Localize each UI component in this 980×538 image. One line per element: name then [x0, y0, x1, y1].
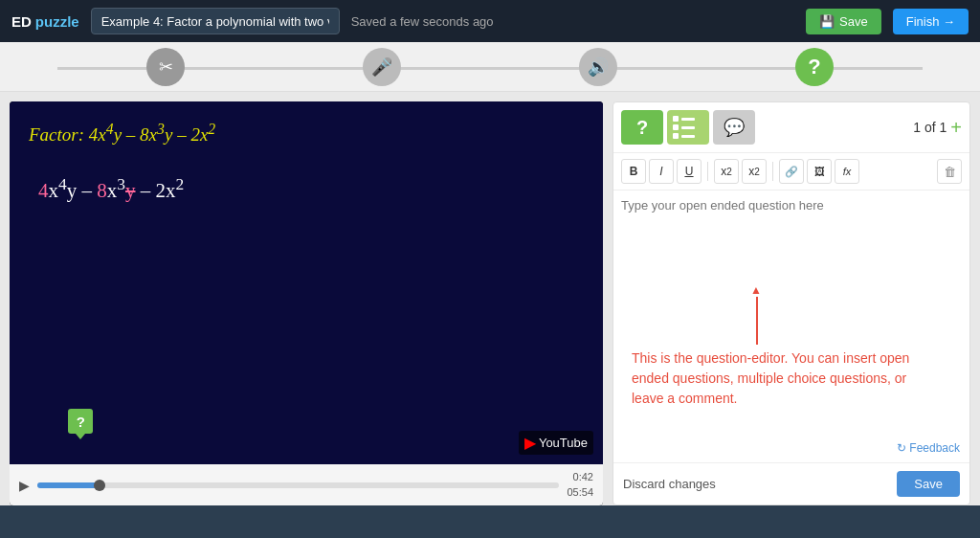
- youtube-icon: ▶: [524, 434, 536, 452]
- editor-toolbar: B I U x2 x2 🔗 🖼 fx 🗑: [613, 153, 969, 191]
- annotation-text: This is the question-editor. You can ins…: [632, 348, 938, 409]
- feedback-icon: ↻: [897, 441, 906, 455]
- youtube-badge: ▶ YouTube: [519, 431, 593, 455]
- math-line-2: 4x4y – 8x3y – 2x2: [38, 174, 184, 203]
- toolbar-divider-2: [772, 162, 773, 181]
- scissors-tool-button[interactable]: ✂: [146, 48, 185, 86]
- italic-button[interactable]: I: [649, 159, 674, 184]
- progress-bar[interactable]: [37, 482, 559, 488]
- editor-footer: Discard changes Save: [613, 462, 969, 504]
- progress-thumb: [94, 480, 105, 491]
- superscript-button[interactable]: x2: [714, 159, 739, 184]
- feedback-link[interactable]: ↻ Feedback: [897, 441, 960, 455]
- math-problem-display: Factor: 4x4y – 8x3y – 2x2 4x4y – 8x3y – …: [10, 101, 603, 464]
- annotation-area: This is the question-editor. You can ins…: [632, 297, 938, 409]
- time-total: 05:54: [567, 485, 593, 500]
- discard-changes-link[interactable]: Discard changes: [623, 477, 716, 491]
- volume-tool-button[interactable]: 🔊: [579, 48, 617, 86]
- question-textarea[interactable]: [621, 198, 962, 275]
- question-type-tabs: ? 💬 1 of 1 +: [613, 102, 969, 153]
- mic-icon: 🎤: [371, 56, 392, 78]
- save-button[interactable]: 💾 Save: [806, 9, 881, 34]
- delete-button[interactable]: 🗑: [937, 159, 962, 184]
- mic-tool-button[interactable]: 🎤: [363, 48, 401, 86]
- editor-save-button[interactable]: Save: [897, 471, 960, 497]
- save-icon: 💾: [819, 14, 835, 29]
- play-button[interactable]: ▶: [19, 478, 30, 493]
- time-display: 0:42 05:54: [567, 470, 593, 500]
- video-panel: Factor: 4x4y – 8x3y – 2x2 4x4y – 8x3y – …: [10, 101, 603, 505]
- multiple-choice-tab[interactable]: [667, 110, 709, 145]
- question-count: 1 of 1 +: [913, 118, 962, 137]
- logo-puzzle: puzzle: [35, 13, 79, 30]
- finish-button[interactable]: Finish →: [893, 9, 969, 34]
- image-button[interactable]: 🖼: [807, 159, 832, 184]
- scissors-icon: ✂: [159, 56, 173, 78]
- formula-button[interactable]: fx: [835, 159, 859, 184]
- q-marker-tag: ?: [68, 409, 93, 434]
- youtube-label: YouTube: [539, 436, 588, 450]
- bold-button[interactable]: B: [621, 159, 646, 184]
- saved-status: Saved a few seconds ago: [351, 14, 794, 29]
- link-button[interactable]: 🔗: [779, 159, 804, 184]
- video-controls: ▶ 0:42 05:54: [10, 464, 603, 505]
- question-marker[interactable]: ?: [68, 409, 93, 434]
- underline-button[interactable]: U: [677, 159, 702, 184]
- feedback-label: Feedback: [909, 441, 960, 455]
- subscript-button[interactable]: x2: [742, 159, 767, 184]
- step-toolbar: ✂ 🎤 🔊 ?: [0, 42, 980, 92]
- logo-ed: ED: [11, 13, 32, 30]
- top-nav: EDpuzzle Saved a few seconds ago 💾 Save …: [0, 0, 980, 42]
- annotation-arrow: [756, 297, 758, 345]
- video-screen: Factor: 4x4y – 8x3y – 2x2 4x4y – 8x3y – …: [10, 101, 603, 464]
- time-current: 0:42: [567, 470, 593, 484]
- math-line-1: Factor: 4x4y – 8x3y – 2x2: [29, 121, 215, 146]
- question-mark-icon: ?: [808, 55, 820, 79]
- comment-tab[interactable]: 💬: [713, 110, 755, 145]
- logo: EDpuzzle: [11, 13, 79, 30]
- volume-icon: 🔊: [588, 56, 609, 78]
- progress-fill: [37, 482, 100, 488]
- bottom-bar: [0, 505, 980, 538]
- toolbar-divider-1: [707, 162, 708, 181]
- add-question-button[interactable]: +: [950, 118, 962, 137]
- lesson-title-input[interactable]: [91, 8, 340, 34]
- question-tool-button[interactable]: ?: [795, 48, 834, 86]
- open-ended-tab[interactable]: ?: [621, 110, 663, 145]
